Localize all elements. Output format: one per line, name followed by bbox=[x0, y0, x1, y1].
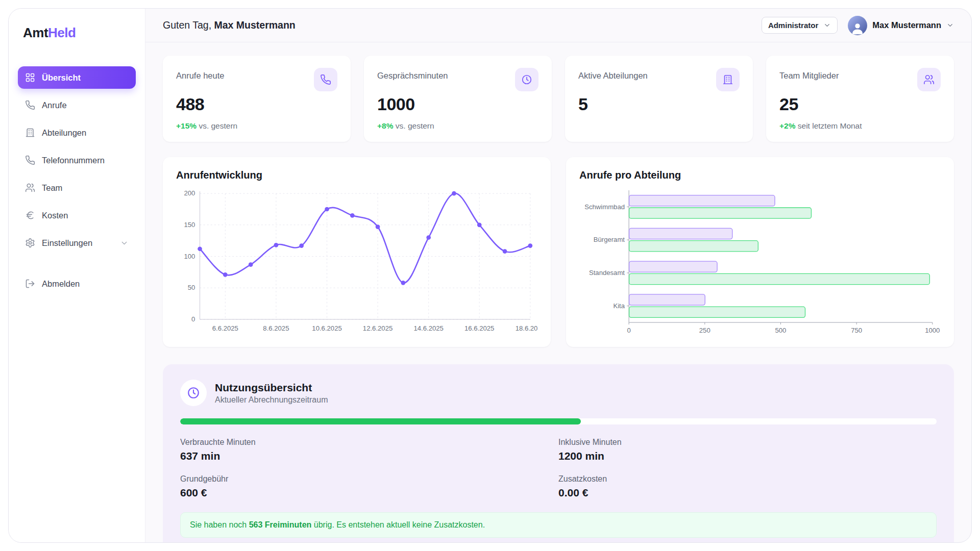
building-icon bbox=[722, 74, 733, 85]
stat-card-top: Gesprächsminuten bbox=[377, 68, 538, 91]
sidebar-item-einstellungen[interactable]: Einstellungen bbox=[18, 232, 136, 254]
usage-title: Nutzungsübersicht bbox=[215, 382, 328, 394]
svg-text:500: 500 bbox=[775, 327, 787, 334]
sidebar-item-team[interactable]: Team bbox=[18, 177, 136, 199]
phone-icon-badge bbox=[314, 68, 337, 91]
usage-stats-grid: Verbrauchte Minuten637 minInklusive Minu… bbox=[180, 438, 937, 499]
svg-text:6.6.2025: 6.6.2025 bbox=[212, 324, 238, 332]
sidebar-item-telefonnummern[interactable]: Telefonnummern bbox=[18, 149, 136, 171]
svg-text:0: 0 bbox=[627, 327, 630, 334]
clock-icon bbox=[187, 386, 200, 399]
svg-text:100: 100 bbox=[184, 253, 195, 260]
svg-text:0: 0 bbox=[191, 315, 195, 323]
sidebar-nav: ÜbersichtAnrufeAbteilungenTelefonnummern… bbox=[18, 66, 136, 254]
usage-note-prefix: Sie haben noch bbox=[190, 520, 249, 529]
greeting: Guten Tag, Max Mustermann bbox=[163, 19, 296, 31]
bar bbox=[629, 294, 705, 305]
svg-text:250: 250 bbox=[699, 327, 710, 334]
usage-stat-value: 0.00 € bbox=[558, 487, 937, 499]
chart-axes bbox=[200, 191, 530, 319]
clock-icon-badge bbox=[180, 380, 207, 406]
sidebar-nav-bottom: Abmelden bbox=[18, 272, 136, 295]
chart-title: Anrufentwicklung bbox=[176, 169, 537, 181]
bar bbox=[629, 195, 775, 206]
stat-delta-percent: +2% bbox=[779, 121, 795, 130]
stat-delta: +15% vs. gestern bbox=[176, 121, 337, 131]
greeting-text: Guten Tag, bbox=[163, 19, 211, 31]
svg-text:8.6.2025: 8.6.2025 bbox=[263, 324, 289, 332]
sidebar-item-label: Übersicht bbox=[42, 73, 81, 83]
usage-stat-label: Inklusive Minuten bbox=[558, 438, 937, 447]
stat-value: 488 bbox=[176, 94, 337, 114]
y-axis-labels: 050100150200 bbox=[184, 189, 195, 323]
svg-text:Schwimmbad: Schwimmbad bbox=[584, 203, 625, 211]
stat-card-gesprachsminuten: Gesprächsminuten1000+8% vs. gestern bbox=[364, 56, 552, 142]
sidebar-item-label: Abmelden bbox=[42, 279, 80, 289]
users-icon bbox=[923, 74, 935, 85]
clock-icon-badge bbox=[515, 68, 538, 91]
bar bbox=[629, 307, 805, 317]
stats-row: Anrufe heute488+15% vs. gesternGesprächs… bbox=[163, 56, 954, 142]
chevron-down-icon bbox=[946, 21, 954, 29]
stat-delta: +8% vs. gestern bbox=[377, 121, 538, 131]
bar bbox=[629, 261, 717, 272]
usage-heading-text: Nutzungsübersicht Aktueller Abrechnungsz… bbox=[215, 382, 328, 405]
usage-note: Sie haben noch 563 Freiminuten übrig. Es… bbox=[180, 512, 937, 538]
user-menu[interactable]: Max Mustermann bbox=[848, 16, 954, 35]
usage-stat-inklusive-minuten: Inklusive Minuten1200 min bbox=[558, 438, 937, 462]
svg-text:10.6.2025: 10.6.2025 bbox=[312, 324, 341, 332]
usage-card: Nutzungsübersicht Aktueller Abrechnungsz… bbox=[163, 364, 954, 542]
sidebar-item-anrufe[interactable]: Anrufe bbox=[18, 94, 136, 116]
building-icon bbox=[25, 128, 35, 138]
person-icon bbox=[850, 21, 865, 35]
stat-value: 25 bbox=[779, 94, 941, 114]
stat-label: Gesprächsminuten bbox=[377, 68, 448, 81]
usage-stat-grundgebuhr: Grundgebühr600 € bbox=[180, 474, 558, 499]
chart-grid bbox=[200, 193, 530, 319]
sidebar-item-label: Abteilungen bbox=[42, 128, 86, 138]
topbar: Guten Tag, Max Mustermann Administrator … bbox=[145, 9, 971, 42]
sidebar-item-label: Kosten bbox=[42, 211, 68, 220]
bar bbox=[629, 208, 812, 218]
usage-stat-verbrauchte-minuten: Verbrauchte Minuten637 min bbox=[180, 438, 558, 462]
phone-icon bbox=[25, 100, 35, 110]
bar bbox=[629, 241, 758, 252]
usage-note-suffix: übrig. Es entstehen aktuell keine Zusatz… bbox=[311, 520, 485, 529]
euro-icon bbox=[25, 210, 35, 220]
data-points bbox=[198, 191, 532, 285]
usage-stat-value: 637 min bbox=[180, 450, 558, 462]
role-select-value: Administrator bbox=[768, 21, 818, 30]
usage-stat-label: Grundgebühr bbox=[180, 474, 558, 484]
usage-stat-value: 1200 min bbox=[558, 450, 937, 462]
sidebar-item-logout[interactable]: Abmelden bbox=[18, 272, 136, 295]
usage-stat-value: 600 € bbox=[180, 487, 558, 499]
stat-delta: +2% seit letztem Monat bbox=[779, 121, 941, 131]
stat-delta-percent: +8% bbox=[377, 121, 393, 130]
y-axis-labels: SchwimmbadBürgeramtStandesamtKita bbox=[584, 203, 629, 310]
logout-icon bbox=[25, 279, 35, 289]
phone-icon bbox=[25, 155, 35, 165]
usage-progress-track bbox=[180, 418, 937, 424]
sidebar-item-ubersicht[interactable]: Übersicht bbox=[18, 66, 136, 89]
line-series bbox=[200, 193, 530, 283]
sidebar-item-label: Telefonnummern bbox=[42, 156, 105, 165]
charts-row: Anrufentwicklung 0501001502006.6.20258.6… bbox=[163, 157, 954, 347]
usage-header: Nutzungsübersicht Aktueller Abrechnungsz… bbox=[180, 380, 937, 406]
stat-card-anrufe-heute: Anrufe heute488+15% vs. gestern bbox=[163, 56, 351, 142]
stat-label: Anrufe heute bbox=[176, 68, 225, 81]
role-select[interactable]: Administrator bbox=[762, 17, 838, 34]
stat-card-team-mitglieder: Team Mitglieder25+2% seit letztem Monat bbox=[766, 56, 954, 142]
users-icon bbox=[25, 183, 35, 193]
line-chart-card: Anrufentwicklung 0501001502006.6.20258.6… bbox=[163, 157, 551, 347]
logo-text-suffix: Held bbox=[48, 25, 76, 40]
grid-icon bbox=[25, 72, 35, 83]
chart-title: Anrufe pro Abteilung bbox=[579, 169, 941, 181]
bar bbox=[629, 273, 930, 284]
building-icon-badge bbox=[716, 68, 740, 91]
avatar bbox=[848, 16, 867, 35]
greeting-username: Max Mustermann bbox=[214, 19, 295, 31]
sidebar-item-kosten[interactable]: Kosten bbox=[18, 204, 136, 227]
svg-text:200: 200 bbox=[184, 189, 195, 197]
user-name: Max Mustermann bbox=[872, 20, 941, 30]
sidebar-item-abteilungen[interactable]: Abteilungen bbox=[18, 121, 136, 144]
